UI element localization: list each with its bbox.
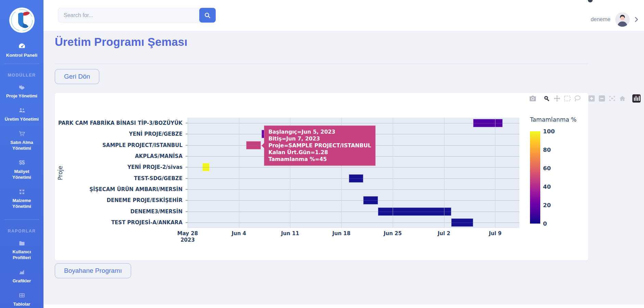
grid-line-vertical (495, 118, 495, 228)
colorbar-tick-label: 20 (543, 202, 551, 208)
x-axis-tick-label: Jun 25 (383, 230, 402, 237)
colorbar-tick-label: 60 (543, 165, 551, 171)
chart-icon (18, 269, 25, 276)
app-logo[interactable] (9, 8, 35, 33)
sidebar-item-malzeme-yonetimi[interactable]: Malzeme Yönetimi (0, 188, 43, 209)
sidebar-section-raporlar: RAPORLAR (0, 229, 43, 233)
sidebar-item-tablolar[interactable]: Tablolar (0, 292, 43, 307)
footer-strip (43, 305, 644, 308)
tooltip-line: Başlangıç=Jun 5, 2023 (268, 129, 371, 135)
chart-card: PARK CAM FABRİKA BİNASI TİP-3/BOZÜYÜKYEN… (55, 93, 588, 260)
tooltip-line: Bitiş=Jun 7, 2023 (268, 135, 371, 142)
sidebar-item-label: Malzeme Yönetimi (4, 198, 39, 209)
sidebar: Kontrol PaneliMODÜLLERProje YönetimiÜret… (0, 0, 43, 308)
colorbar-tick-label: 0 (543, 220, 547, 227)
boxes-icon (18, 188, 25, 195)
x-axis-tick-label: Jun 11 (281, 230, 299, 237)
x-axis-tick-label: Jul 9 (489, 230, 502, 237)
avatar[interactable] (615, 12, 630, 27)
camera-icon[interactable] (528, 94, 537, 103)
colorbar-tick-label: 80 (543, 147, 551, 153)
sidebar-item-satin-alma-yonetimi[interactable]: Satın Alma Yönetimi (0, 130, 43, 151)
sidebar-item-maliyet-yonetimi[interactable]: $$Maliyet Yönetimi (0, 159, 43, 180)
grid-line-horizontal (188, 223, 519, 223)
grid-line-vertical (393, 118, 393, 228)
handshake-icon (18, 84, 25, 91)
folder-icon (18, 240, 25, 246)
x-axis-tick-label: Jun 18 (332, 230, 351, 237)
user-menu[interactable]: deneme (591, 12, 639, 27)
sidebar-item-label: Grafikler (13, 278, 31, 284)
sidebar-item-proje-yonetimi[interactable]: Proje Yönetimi (0, 84, 43, 99)
sidebar-item-grafikler[interactable]: Grafikler (0, 269, 43, 284)
x-axis-tick-label: Jul 2 (438, 230, 450, 237)
x-tick-text: May 28 (177, 230, 198, 237)
grid-line-vertical (239, 118, 239, 228)
zoom-icon[interactable] (542, 94, 551, 103)
back-button[interactable]: Geri Dön (55, 69, 99, 84)
x-tick-text: Jun 11 (281, 230, 299, 237)
sidebar-item-label: Kullanıcı Profilleri (4, 249, 39, 260)
y-axis-label: AKPLAS/MANİSA (55, 151, 186, 162)
x-axis-tick-label: May 282023 (177, 230, 198, 243)
sidebar-section-moduller: MODÜLLER (0, 73, 43, 78)
y-axis-label: PARK CAM FABRİKA BİNASI TİP-3/BOZÜYÜK (55, 118, 186, 129)
colorbar-tick-label: 40 (543, 184, 551, 190)
sidebar-item-label: Proje Yönetimi (6, 93, 37, 99)
y-axis-label: DENEME3/MERSİN (55, 206, 186, 217)
hover-tooltip: Başlangıç=Jun 5, 2023Bitiş=Jun 7, 2023Pr… (264, 125, 376, 166)
sidebar-divider (4, 219, 39, 220)
cart-icon (18, 130, 25, 137)
sidebar-item-label: Tablolar (13, 301, 30, 307)
sidebar-item-kullanici-profilleri[interactable]: Kullanıcı Profilleri (0, 240, 43, 260)
grid-line-horizontal (188, 178, 519, 179)
avatar-image (615, 12, 630, 27)
chevron-right-icon[interactable] (634, 17, 639, 22)
y-axis-label: ŞİŞECAM ÜRÜN AMBARI/MERSİN (55, 184, 186, 195)
lasso-icon[interactable] (573, 94, 582, 103)
dollar-icon: $$ (19, 159, 25, 166)
sidebar-item-label: Üretim Yönetimi (5, 116, 39, 122)
sidebar-nav: Kontrol PaneliMODÜLLERProje YönetimiÜret… (0, 42, 43, 308)
grid-line-horizontal (188, 212, 519, 212)
logo-image (9, 8, 35, 33)
app-root: Kontrol PaneliMODÜLLERProje YönetimiÜret… (0, 0, 644, 308)
sidebar-item-uretim-yonetimi[interactable]: Üretim Yönetimi (0, 107, 43, 122)
x-tick-year: 2023 (177, 237, 198, 243)
colorbar-gradient (530, 131, 540, 224)
zoom-out-icon[interactable] (597, 94, 606, 103)
grid-line-horizontal (188, 200, 519, 201)
y-axis-label: TEST-SDG/GEBZE (55, 173, 186, 184)
x-tick-text: Jun 25 (383, 230, 402, 237)
y-axis-label: DENEME PROJE/ESKİŞEHİR (55, 195, 186, 206)
tooltip-line: Proje=SAMPLE PROJECT/ISTANBUL (268, 142, 371, 149)
search-button[interactable] (199, 8, 216, 23)
box-select-icon[interactable] (563, 94, 571, 103)
sidebar-item-label: Maliyet Yönetimi (4, 169, 39, 180)
search-input[interactable] (58, 8, 201, 23)
home-icon[interactable] (618, 94, 627, 103)
x-tick-text: Jun 18 (332, 230, 351, 237)
autoscale-icon[interactable] (608, 94, 616, 103)
paint-shop-schedule-button[interactable]: Boyahane Programı (55, 263, 131, 278)
grid-line-horizontal (188, 167, 519, 168)
gauge-icon (18, 42, 26, 50)
tooltip-line: Kalan Ürt.Gün=1.28 (268, 149, 371, 156)
tooltip-arrow (262, 143, 264, 148)
y-axis-label: SAMPLE PROJECT/ISTANBUL (55, 140, 186, 151)
y-axis-label: TEST PROJESİ-A/ANKARA (55, 217, 186, 228)
x-tick-text: Jul 9 (489, 230, 502, 237)
workers-icon (18, 107, 25, 114)
grid-line-horizontal (188, 123, 519, 123)
x-axis-tick-label: Jun 4 (231, 230, 246, 237)
plotly-logo-icon[interactable] (632, 94, 641, 103)
zoom-in-icon[interactable] (587, 94, 596, 103)
y-axis-label: YENİ PROJE-2/sivas (55, 162, 186, 173)
pan-icon[interactable] (553, 94, 561, 103)
title-divider (55, 64, 588, 64)
x-tick-text: Jul 2 (438, 230, 450, 237)
sidebar-item-kontrol-paneli[interactable]: Kontrol Paneli (0, 42, 43, 58)
y-axis-title: Proje (57, 139, 64, 207)
x-tick-text: Jun 4 (231, 230, 246, 237)
sidebar-item-label: Satın Alma Yönetimi (4, 139, 39, 151)
